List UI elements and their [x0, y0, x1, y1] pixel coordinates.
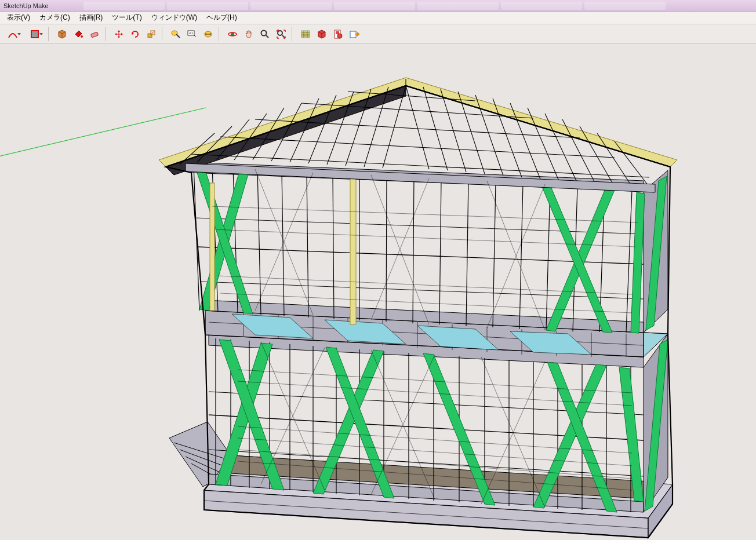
svg-line-104 — [626, 190, 632, 333]
svg-line-156 — [238, 381, 632, 406]
toolbar-separator — [162, 27, 165, 41]
orbit-icon — [227, 29, 238, 39]
svg-line-145 — [220, 137, 615, 158]
svg-point-18 — [337, 34, 342, 38]
warehouse-icon — [300, 29, 311, 39]
app-window: SketchUp Make 表示(V) カメラ(C) 描画(R) ツール(T) … — [0, 0, 756, 540]
svg-line-119 — [406, 86, 429, 169]
viewport[interactable] — [0, 44, 756, 540]
svg-line-168 — [255, 173, 313, 311]
menu-draw[interactable]: 描画(R) — [75, 12, 108, 24]
svg-line-100 — [519, 184, 523, 329]
titlebar: SketchUp Make — [0, 0, 756, 12]
svg-rect-2 — [90, 32, 98, 38]
arc-tool-button[interactable] — [2, 27, 23, 42]
svg-line-101 — [546, 185, 550, 330]
eraser-icon — [89, 29, 100, 39]
svg-line-92 — [307, 172, 308, 318]
svg-line-98 — [466, 181, 468, 326]
background-tabs — [83, 2, 666, 10]
orbit-button[interactable] — [225, 27, 240, 42]
svg-point-1 — [81, 35, 83, 38]
text-icon: A1 — [187, 29, 197, 39]
paint-bucket-button[interactable] — [71, 27, 86, 42]
menu-tools[interactable]: ツール(T) — [107, 12, 146, 24]
zoom-icon — [260, 29, 270, 39]
pan-icon — [243, 29, 254, 39]
toolbar-separator — [105, 27, 108, 41]
shape-tool-icon — [30, 29, 40, 39]
svg-line-173 — [487, 181, 545, 330]
menu-view[interactable]: 表示(V) — [2, 12, 35, 24]
bg-tab — [417, 2, 499, 10]
menubar: 表示(V) カメラ(C) 描画(R) ツール(T) ウィンドウ(W) ヘルプ(H… — [0, 12, 756, 24]
warehouse-button[interactable] — [298, 27, 313, 42]
svg-marker-117 — [166, 86, 406, 175]
svg-rect-5 — [148, 34, 152, 38]
svg-point-11 — [231, 32, 234, 36]
bg-tab — [83, 2, 165, 10]
svg-marker-151 — [186, 163, 655, 192]
zoom-button[interactable] — [257, 27, 272, 42]
svg-point-13 — [261, 30, 267, 35]
svg-line-170 — [371, 178, 429, 320]
svg-rect-114 — [350, 174, 356, 324]
move-button[interactable] — [111, 27, 126, 42]
layout-button[interactable] — [330, 27, 346, 42]
make-component-button[interactable] — [54, 27, 70, 42]
svg-line-93 — [333, 174, 334, 319]
toolbar: A1 — [0, 24, 756, 44]
svg-rect-19 — [350, 31, 356, 38]
extensions-button[interactable] — [314, 27, 329, 42]
svg-line-107 — [201, 282, 644, 299]
tape-measure-button[interactable] — [168, 27, 183, 42]
scale-icon — [146, 29, 157, 39]
svg-line-171 — [371, 175, 429, 324]
svg-line-169 — [255, 169, 313, 315]
move-icon — [114, 29, 124, 39]
dimension-button[interactable] — [201, 27, 216, 42]
shape-tool-button[interactable] — [24, 27, 45, 42]
paint-bucket-icon — [73, 29, 83, 39]
zoom-extents-button[interactable] — [274, 27, 289, 42]
svg-line-99 — [493, 183, 496, 327]
svg-line-97 — [439, 180, 441, 324]
svg-line-128 — [562, 119, 596, 185]
layout-icon — [333, 29, 343, 39]
dimension-icon — [203, 29, 213, 39]
rotate-button[interactable] — [128, 27, 143, 42]
pan-button[interactable] — [241, 27, 256, 42]
extensions-icon — [317, 29, 327, 39]
arc-tool-icon — [8, 29, 18, 39]
eraser-button[interactable] — [87, 27, 102, 42]
bg-tab — [584, 2, 666, 10]
export-icon — [349, 29, 359, 39]
scale-button[interactable] — [144, 27, 159, 42]
menu-camera[interactable]: カメラ(C) — [35, 12, 75, 24]
text-button[interactable]: A1 — [184, 27, 199, 42]
bg-tab — [334, 2, 415, 10]
toolbar-separator — [219, 27, 222, 41]
model-canvas — [0, 44, 756, 540]
svg-line-172 — [487, 184, 545, 328]
svg-line-126 — [528, 108, 559, 181]
zoom-extents-icon — [276, 29, 286, 39]
svg-line-90 — [257, 169, 261, 315]
toolbar-separator — [292, 27, 295, 41]
svg-text:A1: A1 — [189, 31, 194, 35]
menu-window[interactable]: ウィンドウ(W) — [147, 12, 202, 24]
menu-help[interactable]: ヘルプ(H) — [202, 12, 242, 24]
export-button[interactable] — [347, 27, 362, 42]
svg-point-14 — [278, 31, 282, 35]
svg-line-91 — [282, 171, 284, 316]
app-title: SketchUp Make — [3, 2, 49, 9]
bg-tab — [167, 2, 248, 10]
make-component-icon — [57, 29, 67, 39]
svg-rect-115 — [210, 183, 215, 311]
rotate-icon — [130, 29, 140, 39]
bg-tab — [501, 2, 582, 10]
svg-line-96 — [413, 178, 414, 323]
tape-measure-icon — [170, 29, 181, 39]
svg-rect-0 — [31, 31, 38, 38]
svg-line-167 — [212, 206, 638, 222]
